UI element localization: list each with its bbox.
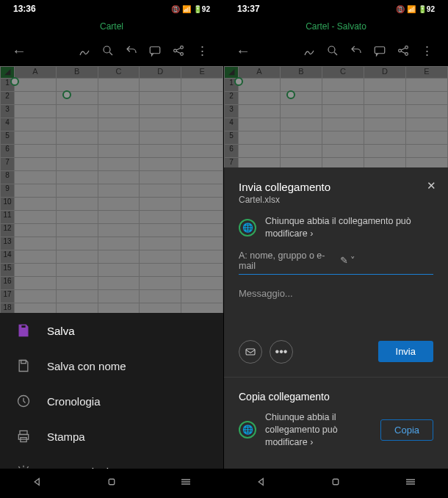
recipient-input[interactable]: A: nome, gruppo o e-mail ✎ ˅ [239,250,433,275]
column-header[interactable]: D [364,67,406,79]
column-header[interactable]: E [406,67,448,79]
cell[interactable] [239,79,281,92]
column-header[interactable]: B [56,67,98,79]
cell[interactable] [14,145,56,158]
cell[interactable] [140,158,181,171]
cell[interactable] [140,264,181,277]
cell[interactable] [140,211,181,224]
cell[interactable] [14,158,56,171]
cell[interactable] [14,184,56,198]
cell[interactable] [98,224,140,237]
selection-handle-end[interactable] [286,90,295,99]
cell[interactable] [56,277,98,290]
row-header[interactable]: 17 [1,290,15,303]
row-header[interactable]: 6 [225,145,239,158]
cell[interactable] [181,211,223,224]
cell[interactable] [98,131,140,145]
cell[interactable] [98,277,140,290]
cell[interactable] [98,211,140,224]
cell[interactable] [181,250,223,264]
row-header[interactable]: 15 [1,264,15,277]
cell[interactable] [140,171,181,184]
cell[interactable] [364,131,406,145]
row-header[interactable]: 4 [1,118,15,131]
cell[interactable] [140,118,181,131]
cell[interactable] [14,224,56,237]
draw-icon[interactable] [298,40,320,62]
column-header[interactable]: E [181,67,223,79]
copy-permission-row[interactable]: 🌐 Chiunque abbia il collegamento può mod… [239,411,433,449]
cell[interactable] [322,145,364,158]
cell[interactable] [181,237,223,250]
message-input[interactable]: Messaggio... [239,288,433,299]
column-header[interactable]: D [140,67,181,79]
cell[interactable] [98,79,140,92]
selection-handle-end[interactable] [62,90,71,99]
row-header[interactable]: 12 [1,224,15,237]
row-header[interactable]: 2 [1,92,15,105]
cell[interactable] [56,171,98,184]
cell[interactable] [181,145,223,158]
cell[interactable] [56,211,98,224]
cell[interactable] [181,171,223,184]
cell[interactable] [406,131,448,145]
send-button[interactable]: Invia [378,341,433,362]
cell[interactable] [14,290,56,303]
cell[interactable] [14,92,56,105]
row-header[interactable]: 3 [1,105,15,118]
cell[interactable] [14,105,56,118]
cell[interactable] [181,290,223,303]
cell[interactable] [98,158,140,171]
cell[interactable] [281,118,322,131]
select-all-cell[interactable]: ◢ [225,67,239,79]
cell[interactable] [181,264,223,277]
nav-home-icon[interactable] [329,475,342,491]
cell[interactable] [181,184,223,198]
cell[interactable] [140,237,181,250]
nav-back-icon[interactable] [255,475,268,491]
row-header[interactable]: 9 [1,184,15,198]
cell[interactable] [181,198,223,211]
search-icon[interactable] [322,40,344,62]
cell[interactable] [406,92,448,105]
column-header[interactable]: B [281,67,322,79]
cell[interactable] [181,92,223,105]
cell[interactable] [140,92,181,105]
cell[interactable] [98,237,140,250]
cell[interactable] [56,198,98,211]
cell[interactable] [98,145,140,158]
mail-icon[interactable] [239,340,262,364]
share-icon[interactable] [167,40,189,62]
cell[interactable] [181,79,223,92]
cell[interactable] [140,145,181,158]
cell[interactable] [364,105,406,118]
cell[interactable] [322,131,364,145]
column-header[interactable]: C [322,67,364,79]
cell[interactable] [281,131,322,145]
share-icon[interactable] [392,40,414,62]
cell[interactable] [239,92,281,105]
cell[interactable] [140,277,181,290]
comment-icon[interactable] [369,40,391,62]
cell[interactable] [181,131,223,145]
cell[interactable] [56,237,98,250]
cell[interactable] [14,118,56,131]
cell[interactable] [364,145,406,158]
cell[interactable] [140,184,181,198]
undo-icon[interactable] [120,40,142,62]
cell[interactable] [281,145,322,158]
select-all-cell[interactable]: ◢ [1,67,15,79]
cell[interactable] [98,290,140,303]
cell[interactable] [56,131,98,145]
cell[interactable] [56,105,98,118]
cell[interactable] [56,224,98,237]
row-header[interactable]: 11 [1,211,15,224]
column-header[interactable]: A [14,67,56,79]
more-icon[interactable]: ⋮ [191,40,213,62]
menu-save[interactable]: Salva [0,313,223,348]
row-header[interactable]: 8 [1,171,15,184]
cell[interactable] [14,171,56,184]
cell[interactable] [98,264,140,277]
menu-save-as[interactable]: Salva con nome [0,348,223,383]
cell[interactable] [14,131,56,145]
